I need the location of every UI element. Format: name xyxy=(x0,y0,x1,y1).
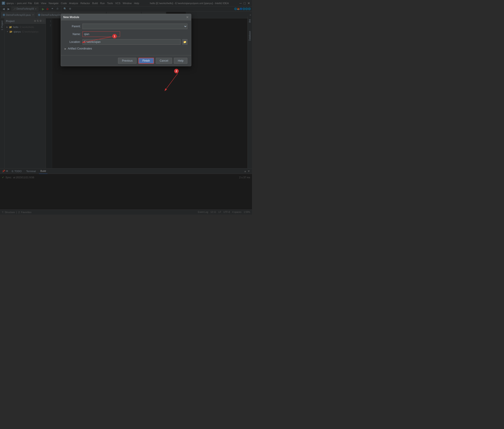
annotation-badge-2: 2 xyxy=(174,69,179,73)
name-label: Name: xyxy=(65,33,81,36)
annotation-badge-1: 1 xyxy=(112,34,117,38)
dialog-footer: Previous Finish Cancel Help xyxy=(61,55,191,66)
name-input-wrapper xyxy=(82,31,187,37)
dialog-title: New Module xyxy=(63,16,79,19)
artifact-label: Artifact Coordinates xyxy=(68,47,92,50)
new-module-dialog: New Module ✕ Parent: Name: Location: 📁 xyxy=(61,14,191,66)
help-button[interactable]: Help xyxy=(174,58,187,64)
location-row: Location: 📁 xyxy=(65,39,187,45)
parent-label: Parent: xyxy=(65,25,81,28)
location-browse-button[interactable]: 📁 xyxy=(182,39,187,45)
annotation-1: 1 xyxy=(112,34,117,38)
dialog-title-bar: New Module ✕ xyxy=(61,14,191,20)
parent-select[interactable] xyxy=(82,24,187,29)
finish-button[interactable]: Finish xyxy=(138,58,154,64)
artifact-expand-icon: ▶ xyxy=(65,47,66,50)
location-input[interactable] xyxy=(82,39,181,45)
previous-button[interactable]: Previous xyxy=(118,58,137,64)
artifact-coordinates-section[interactable]: ▶ Artifact Coordinates xyxy=(65,47,187,50)
cancel-button[interactable]: Cancel xyxy=(156,58,172,64)
modal-overlay: New Module ✕ Parent: Name: Location: 📁 xyxy=(0,0,252,214)
parent-row: Parent: xyxy=(65,24,187,29)
svg-line-1 xyxy=(165,73,178,90)
dialog-close-button[interactable]: ✕ xyxy=(186,15,189,19)
dialog-body: Parent: Name: Location: 📁 ▶ Artifact Coo… xyxy=(61,20,191,55)
location-label: Location: xyxy=(65,40,81,44)
name-row: Name: xyxy=(65,31,187,37)
annotation-2: 2 xyxy=(174,69,179,73)
